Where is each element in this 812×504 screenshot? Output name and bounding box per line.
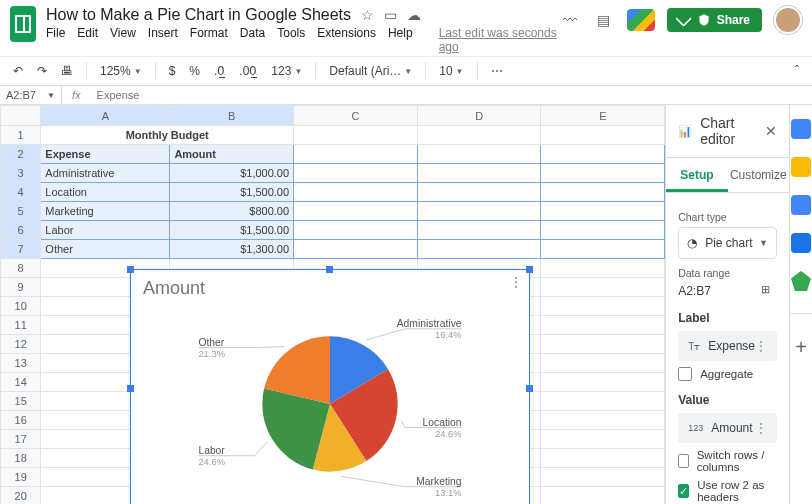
menu-data[interactable]: Data [240, 26, 265, 54]
toolbar-collapse-button[interactable]: ˆ [790, 61, 804, 81]
svg-text:16.4%: 16.4% [435, 329, 462, 340]
keep-icon[interactable] [791, 157, 811, 177]
data-range-label: Data range [678, 267, 777, 279]
account-avatar[interactable] [774, 6, 802, 34]
chart-title[interactable]: Amount [143, 278, 205, 299]
tasks-icon[interactable] [791, 195, 811, 215]
more-icon[interactable]: ⋮ [755, 421, 767, 435]
switch-rows-checkbox[interactable]: Switch rows / columns [678, 449, 777, 473]
add-addon-button[interactable]: + [795, 336, 807, 359]
cloud-status-icon[interactable]: ☁ [407, 7, 421, 23]
toolbar-more-button[interactable]: ⋯ [486, 61, 508, 81]
svg-text:13.1%: 13.1% [435, 487, 462, 498]
share-button[interactable]: Share [667, 8, 762, 32]
value-field[interactable]: 123Amount ⋮ [678, 413, 777, 443]
chart-type-select[interactable]: ◔Pie chart ▼ [678, 227, 777, 259]
menu-help[interactable]: Help [388, 26, 413, 54]
svg-text:21.3%: 21.3% [198, 348, 225, 359]
toolbar: ↶ ↷ 🖶 125%▼ $ % .0̲ .00̲ 123▼ Default (A… [0, 56, 812, 86]
name-box[interactable]: A2:B7▼ [0, 86, 62, 104]
calendar-icon[interactable] [791, 119, 811, 139]
share-button-label: Share [717, 13, 750, 27]
close-icon[interactable]: ✕ [765, 123, 777, 139]
menu-bar: File Edit View Insert Format Data Tools … [46, 26, 559, 54]
chart-editor-icon: 📊 [678, 125, 692, 138]
move-folder-icon[interactable]: ▭ [384, 7, 397, 23]
font-size-select[interactable]: 10▼ [434, 61, 468, 81]
svg-text:Labor: Labor [198, 445, 225, 456]
format-more-button[interactable]: 123▼ [266, 61, 307, 81]
chevron-down-icon: ▼ [759, 238, 768, 248]
chart-editor-panel: 📊 Chart editor ✕ Setup Customize Chart t… [665, 105, 789, 504]
table-title[interactable]: Monthly Budget [41, 126, 294, 145]
spreadsheet-grid[interactable]: A B C D E 1Monthly Budget 2ExpenseAmount… [0, 105, 665, 504]
svg-text:Other: Other [198, 337, 224, 348]
select-range-icon[interactable]: ⊞ [761, 283, 777, 299]
star-icon[interactable]: ☆ [361, 7, 374, 23]
formula-input[interactable]: Expense [91, 89, 140, 101]
maps-icon[interactable] [791, 271, 811, 291]
format-percent-button[interactable]: % [184, 61, 205, 81]
svg-text:24.6%: 24.6% [435, 428, 462, 439]
menu-format[interactable]: Format [190, 26, 228, 54]
format-currency-button[interactable]: $ [164, 61, 181, 81]
zoom-select[interactable]: 125%▼ [95, 61, 147, 81]
menu-extensions[interactable]: Extensions [317, 26, 376, 54]
chart-menu-icon[interactable]: ⋮ [509, 274, 523, 290]
meet-button[interactable] [627, 9, 655, 31]
chart-type-label: Chart type [678, 211, 777, 223]
label-field[interactable]: TᴛExpense ⋮ [678, 331, 777, 361]
menu-edit[interactable]: Edit [77, 26, 98, 54]
text-icon: Tᴛ [688, 341, 700, 352]
print-button[interactable]: 🖶 [56, 61, 78, 81]
number-icon: 123 [688, 423, 703, 433]
tab-setup[interactable]: Setup [666, 158, 727, 192]
comment-icon[interactable]: ▤ [593, 9, 615, 31]
menu-tools[interactable]: Tools [277, 26, 305, 54]
label-section-title: Label [678, 311, 777, 325]
formula-bar: A2:B7▼ fx Expense [0, 86, 812, 105]
data-range-input[interactable]: A2:B7 [678, 284, 753, 298]
chart-editor-title: Chart editor [700, 115, 765, 147]
redo-button[interactable]: ↷ [32, 61, 52, 81]
decrease-decimal-button[interactable]: .0̲ [209, 61, 230, 81]
svg-text:Administrative: Administrative [397, 318, 462, 329]
fx-icon: fx [62, 89, 91, 101]
font-select[interactable]: Default (Ari…▼ [324, 61, 417, 81]
increase-decimal-button[interactable]: .00̲ [234, 61, 262, 81]
aggregate-checkbox[interactable]: Aggregate [678, 367, 777, 381]
menu-file[interactable]: File [46, 26, 65, 54]
undo-button[interactable]: ↶ [8, 61, 28, 81]
document-title[interactable]: How to Make a Pie Chart in Google Sheets [46, 6, 351, 24]
sheets-logo-icon[interactable] [10, 6, 36, 42]
menu-view[interactable]: View [110, 26, 136, 54]
column-headers[interactable]: A B C D E [1, 106, 665, 126]
last-edit-link[interactable]: Last edit was seconds ago [439, 26, 559, 54]
tab-customize[interactable]: Customize [728, 158, 789, 192]
embedded-chart[interactable]: Amount ⋮ Administrative16.4%Location24.6… [130, 269, 530, 504]
app-bar: How to Make a Pie Chart in Google Sheets… [0, 0, 812, 56]
pie-icon: ◔ [687, 236, 697, 250]
menu-insert[interactable]: Insert [148, 26, 178, 54]
svg-text:24.6%: 24.6% [198, 456, 225, 467]
value-section-title: Value [678, 393, 777, 407]
more-icon[interactable]: ⋮ [755, 339, 767, 353]
svg-text:Location: Location [423, 417, 462, 428]
svg-text:Marketing: Marketing [416, 476, 462, 487]
contacts-icon[interactable] [791, 233, 811, 253]
use-headers-checkbox[interactable]: ✓Use row 2 as headers [678, 479, 777, 503]
activity-icon[interactable]: 〰 [559, 9, 581, 31]
side-app-rail: + [789, 105, 812, 504]
pie-chart: Administrative16.4%Location24.6%Marketin… [131, 310, 529, 498]
